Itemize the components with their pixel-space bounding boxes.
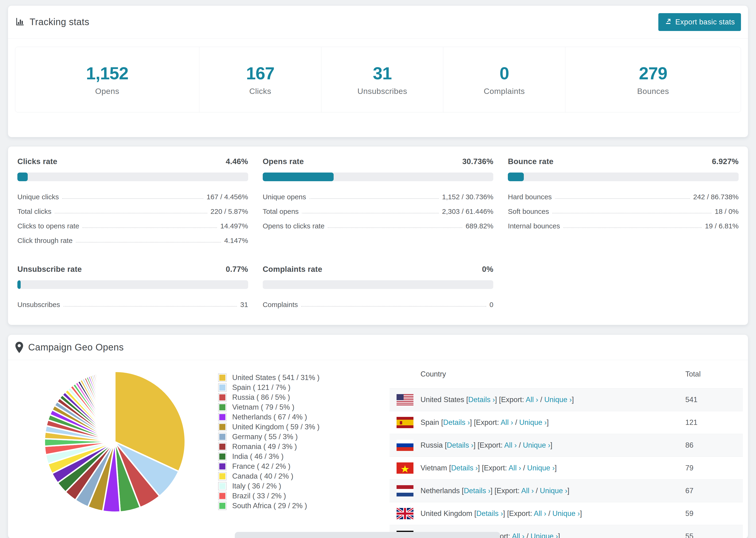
rate-value: 4.46% <box>226 157 248 166</box>
export-all-link[interactable]: All › <box>501 418 513 426</box>
tracking-stats-header: Tracking stats Export basic stats <box>8 6 748 38</box>
export-unique-link[interactable]: Unique › <box>531 532 558 538</box>
horizontal-scrollbar[interactable] <box>235 532 500 538</box>
rate-header: Unsubscribe rate0.77% <box>17 265 248 274</box>
rate-progress-bar <box>17 280 248 289</box>
export-all-link[interactable]: All › <box>509 464 521 472</box>
legend-item-vietnam[interactable]: Vietnam ( 79 / 5% ) <box>218 402 340 412</box>
detail-label: Unique opens <box>263 193 306 201</box>
stat-box-clicks: 167Clicks <box>199 47 321 112</box>
legend-item-united-kingdom[interactable]: United Kingdom ( 59 / 3% ) <box>218 422 340 432</box>
rate-progress-fill <box>17 280 21 289</box>
rate-value: 30.736% <box>462 157 493 166</box>
stat-label: Unsubscribes <box>357 86 407 96</box>
nl-flag-icon <box>397 485 413 497</box>
export-unique-link[interactable]: Unique › <box>527 464 555 472</box>
rate-title: Clicks rate <box>17 157 57 166</box>
rate-progress-bar <box>508 173 739 181</box>
export-all-link[interactable]: All › <box>504 441 517 449</box>
legend-item-netherlands[interactable]: Netherlands ( 67 / 4% ) <box>218 412 340 422</box>
stat-value: 1,152 <box>86 63 128 83</box>
rate-progress-bar <box>263 280 494 289</box>
geo-table: Country Total United States [Details ›] … <box>390 360 743 538</box>
table-row-nl: Netherlands [Details ›] [Export: All › /… <box>390 479 743 502</box>
rate-detail-row: Internal bounces19 / 6.81% <box>508 219 739 233</box>
details-link[interactable]: Details › <box>451 464 478 472</box>
table-row-vn: Vietnam [Details ›] [Export: All › / Uni… <box>390 457 743 479</box>
rate-header: Opens rate30.736% <box>263 157 494 166</box>
legend-label: Netherlands ( 67 / 4% ) <box>232 413 307 421</box>
legend-swatch <box>218 423 227 431</box>
stat-box-opens: 1,152Opens <box>15 47 199 112</box>
export-unique-link[interactable]: Unique › <box>540 487 567 495</box>
legend-swatch <box>218 472 227 480</box>
total-cell: 541 <box>685 396 743 404</box>
rate-detail-row: Hard bounces242 / 86.738% <box>508 190 739 204</box>
export-all-link[interactable]: All › <box>521 487 534 495</box>
gb-flag-icon <box>397 508 413 519</box>
details-link[interactable]: Details › <box>476 510 503 517</box>
export-all-link[interactable]: All › <box>534 510 546 517</box>
legend-item-united-states[interactable]: United States ( 541 / 31% ) <box>218 373 340 383</box>
legend-item-romania[interactable]: Romania ( 49 / 3% ) <box>218 442 340 452</box>
stat-box-complaints: 0Complaints <box>443 47 565 112</box>
details-link[interactable]: Details › <box>468 396 495 404</box>
stat-label: Complaints <box>484 86 525 96</box>
legend-label: Vietnam ( 79 / 5% ) <box>232 403 295 411</box>
detail-value: 18 / 0% <box>715 207 739 215</box>
export-unique-link[interactable]: Unique › <box>519 418 547 426</box>
export-all-link[interactable]: All › <box>512 532 524 538</box>
table-row-gb: United Kingdom [Details ›] [Export: All … <box>390 502 743 525</box>
legend-label: Spain ( 121 / 7% ) <box>232 383 291 392</box>
detail-value: 220 / 5.87% <box>211 207 248 215</box>
legend-item-canada[interactable]: Canada ( 40 / 2% ) <box>218 471 340 481</box>
dotted-leader <box>55 213 207 213</box>
legend-item-brazil[interactable]: Brazil ( 33 / 2% ) <box>218 491 340 501</box>
summary-stats-row: 1,152Opens167Clicks31Unsubscribes0Compla… <box>15 47 741 112</box>
legend-item-italy[interactable]: Italy ( 36 / 2% ) <box>218 481 340 491</box>
stat-box-bounces: 279Bounces <box>565 47 741 112</box>
details-link[interactable]: Details › <box>464 487 490 495</box>
rate-block-opens-rate: Opens rate30.736%Unique opens1,152 / 30.… <box>263 157 494 248</box>
total-cell: 121 <box>685 418 743 427</box>
detail-label: Opens to clicks rate <box>263 222 324 230</box>
legend-swatch <box>218 482 227 490</box>
rate-header: Complaints rate0% <box>263 265 494 274</box>
detail-value: 4.147% <box>224 237 248 244</box>
export-unique-link[interactable]: Unique › <box>553 510 580 517</box>
legend-item-germany[interactable]: Germany ( 55 / 3% ) <box>218 432 340 442</box>
legend-item-south-africa[interactable]: South Africa ( 29 / 2% ) <box>218 501 340 511</box>
legend-label: United States ( 541 / 31% ) <box>232 373 320 382</box>
table-row-us: United States [Details ›] [Export: All ›… <box>390 388 743 411</box>
dashboard-page: Tracking stats Export basic stats 1,152O… <box>0 0 756 538</box>
export-basic-stats-button[interactable]: Export basic stats <box>658 13 741 31</box>
legend-item-russia[interactable]: Russia ( 86 / 5% ) <box>218 393 340 402</box>
legend-item-spain[interactable]: Spain ( 121 / 7% ) <box>218 383 340 393</box>
legend-swatch <box>218 393 227 402</box>
rate-detail-row: Opens to clicks rate689.82% <box>263 219 494 233</box>
dotted-leader <box>63 306 237 306</box>
country-cell: Netherlands [Details ›] [Export: All › /… <box>420 487 685 495</box>
table-row-es: Spain [Details ›] [Export: All › / Uniqu… <box>390 411 743 434</box>
legend-item-india[interactable]: India ( 46 / 3% ) <box>218 452 340 461</box>
rate-detail-row: Complaints0 <box>263 297 494 312</box>
rate-block-bounce-rate: Bounce rate6.927%Hard bounces242 / 86.73… <box>508 157 739 248</box>
detail-label: Hard bounces <box>508 193 552 201</box>
details-link[interactable]: Details › <box>443 418 470 426</box>
export-unique-link[interactable]: Unique › <box>523 441 550 449</box>
rate-block-clicks-rate: Clicks rate4.46%Unique clicks167 / 4.456… <box>17 157 248 248</box>
stat-label: Bounces <box>637 86 669 96</box>
dotted-leader <box>62 198 203 199</box>
details-link[interactable]: Details › <box>447 441 473 449</box>
rate-header: Bounce rate6.927% <box>508 157 739 166</box>
export-unique-link[interactable]: Unique › <box>544 396 572 404</box>
legend-item-france[interactable]: France ( 42 / 2% ) <box>218 461 340 471</box>
geo-pie-chart <box>42 369 188 514</box>
export-all-link[interactable]: All › <box>526 396 538 404</box>
country-name: Netherlands <box>420 487 462 495</box>
map-pin-icon <box>15 342 24 353</box>
legend-label: United Kingdom ( 59 / 3% ) <box>232 423 320 431</box>
tracking-stats-card: Tracking stats Export basic stats 1,152O… <box>8 5 748 137</box>
total-cell: 55 <box>685 532 743 538</box>
detail-label: Total clicks <box>17 207 51 215</box>
